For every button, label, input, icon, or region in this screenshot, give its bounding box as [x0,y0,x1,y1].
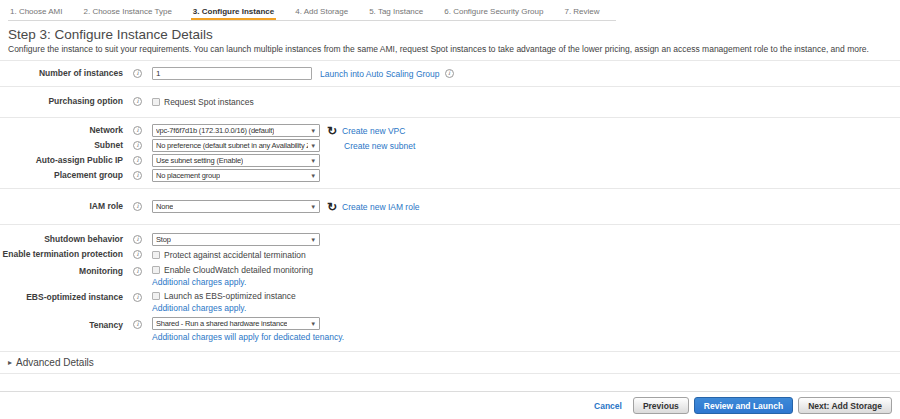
info-icon[interactable]: i [133,293,142,302]
tab-configure-instance[interactable]: 3. Configure Instance [191,6,276,20]
row-shutdown-behavior: Shutdown behavior i Stop ▼ [0,233,900,246]
footer-bar: Cancel Previous Review and Launch Next: … [0,391,900,419]
tenancy-label: Tenancy [0,317,123,332]
section-instances: Number of instances i Launch into Auto S… [0,61,900,86]
info-icon[interactable]: i [133,202,142,211]
row-subnet: Subnet i No preference (default subnet i… [0,139,900,152]
shutdown-behavior-select-value: Stop [156,235,171,244]
create-new-subnet-link[interactable]: Create new subnet [344,141,415,151]
auto-assign-public-ip-select-value: Use subnet setting (Enable) [156,156,243,165]
page-subtitle: Configure the instance to suit your requ… [8,44,892,54]
section-behavior: Shutdown behavior i Stop ▼ Enable termin… [0,225,900,351]
monitoring-checkbox[interactable] [152,266,160,274]
row-tenancy: Tenancy i Shared - Run a shared hardware… [0,317,900,342]
info-icon[interactable]: i [133,156,142,165]
row-ebs-optimized: EBS-optimized instance i Launch as EBS-o… [0,291,900,313]
chevron-down-icon: ▼ [310,128,316,134]
shutdown-behavior-select[interactable]: Stop ▼ [152,233,320,246]
ebs-optimized-checkbox-label: Launch as EBS-optimized instance [164,291,296,301]
section-network: Network i vpc-7f6f7d1b (172.31.0.0/16) (… [0,118,900,188]
row-purchasing-option: Purchasing option i Request Spot instanc… [0,95,900,108]
row-network: Network i vpc-7f6f7d1b (172.31.0.0/16) (… [0,124,900,137]
termination-protection-checkbox[interactable] [152,251,160,259]
advanced-details-toggle[interactable]: ▸ Advanced Details [0,352,900,373]
info-icon[interactable]: i [133,141,142,150]
info-icon[interactable]: i [133,320,142,329]
subnet-select[interactable]: No preference (default subnet in any Ava… [152,139,320,152]
chevron-down-icon: ▼ [310,143,316,149]
auto-assign-public-ip-label: Auto-assign Public IP [0,154,123,167]
next-add-storage-button[interactable]: Next: Add Storage [798,397,892,414]
info-icon[interactable]: i [133,126,142,135]
tab-choose-ami[interactable]: 1. Choose AMI [8,6,64,20]
auto-assign-public-ip-select[interactable]: Use subnet setting (Enable) ▼ [152,154,320,167]
chevron-down-icon: ▼ [310,204,316,210]
tab-tag-instance[interactable]: 5. Tag Instance [367,6,425,20]
info-icon[interactable]: i [133,171,142,180]
wizard-tabs: 1. Choose AMI 2. Choose Instance Type 3.… [8,4,616,21]
termination-protection-checkbox-label: Protect against accidental termination [164,250,306,260]
tenancy-select[interactable]: Shared - Run a shared hardware instance … [152,317,320,330]
info-icon[interactable]: i [133,69,142,78]
placement-group-select[interactable]: No placement group ▼ [152,169,320,182]
wizard-tab-bar: 1. Choose AMI 2. Choose Instance Type 3.… [0,0,900,21]
info-icon[interactable]: i [133,235,142,244]
divider [0,373,900,374]
tab-add-storage[interactable]: 4. Add Storage [293,6,350,20]
number-of-instances-input[interactable] [152,67,312,80]
shutdown-behavior-label: Shutdown behavior [0,233,123,246]
tab-configure-security-group[interactable]: 6. Configure Security Group [442,6,545,20]
number-of-instances-label: Number of instances [0,67,123,80]
review-and-launch-button[interactable]: Review and Launch [694,397,793,414]
previous-button[interactable]: Previous [633,397,689,414]
network-label: Network [0,124,123,137]
row-termination-protection: Enable termination protection i Protect … [0,248,900,261]
cancel-link[interactable]: Cancel [594,401,622,411]
ebs-additional-charges-link[interactable]: Additional charges apply. [152,303,246,313]
tab-choose-instance-type[interactable]: 2. Choose Instance Type [81,6,173,20]
row-number-of-instances: Number of instances i Launch into Auto S… [0,67,900,80]
row-placement-group: Placement group i No placement group ▼ [0,169,900,182]
monitoring-label: Monitoring [0,265,123,278]
chevron-down-icon: ▼ [310,237,316,243]
request-spot-instances-checkbox[interactable] [152,98,160,106]
create-new-iam-role-link[interactable]: Create new IAM role [342,202,419,212]
refresh-icon[interactable]: ↻ [327,125,337,137]
placement-group-label: Placement group [0,169,123,182]
iam-role-select-value: None [156,202,173,211]
section-iam: IAM role i None ▼ ↻ Create new IAM role [0,189,900,224]
chevron-down-icon: ▼ [310,173,316,179]
subnet-label: Subnet [0,139,123,152]
row-auto-assign-public-ip: Auto-assign Public IP i Use subnet setti… [0,154,900,167]
section-purchasing: Purchasing option i Request Spot instanc… [0,87,900,117]
chevron-down-icon: ▼ [310,158,316,164]
info-icon[interactable]: i [133,250,142,259]
info-icon[interactable]: i [133,267,142,276]
create-new-vpc-link[interactable]: Create new VPC [342,126,405,136]
page-title: Step 3: Configure Instance Details [8,27,892,42]
info-icon[interactable]: i [133,97,142,106]
purchasing-option-label: Purchasing option [0,95,123,108]
iam-role-label: IAM role [0,200,123,213]
placement-group-select-value: No placement group [156,171,220,180]
tab-review[interactable]: 7. Review [562,6,601,20]
row-iam-role: IAM role i None ▼ ↻ Create new IAM role [0,200,900,213]
iam-role-select[interactable]: None ▼ [152,200,320,213]
row-monitoring: Monitoring i Enable CloudWatch detailed … [0,265,900,287]
refresh-icon[interactable]: ↻ [327,201,337,213]
network-select[interactable]: vpc-7f6f7d1b (172.31.0.0/16) (default) ▼ [152,124,320,137]
ebs-optimized-checkbox[interactable] [152,292,160,300]
monitoring-checkbox-label: Enable CloudWatch detailed monitoring [164,265,313,275]
request-spot-instances-label: Request Spot instances [164,97,254,107]
ebs-optimized-label: EBS-optimized instance [0,291,123,304]
advanced-details-label: Advanced Details [16,357,94,368]
chevron-down-icon: ▼ [310,321,316,327]
triangle-right-icon: ▸ [8,358,12,367]
launch-into-auto-scaling-group-link[interactable]: Launch into Auto Scaling Group [320,69,440,79]
monitoring-additional-charges-link[interactable]: Additional charges apply. [152,277,246,287]
tenancy-additional-charges-link[interactable]: Additional charges will apply for dedica… [152,332,344,342]
tenancy-select-value: Shared - Run a shared hardware instance [156,319,287,328]
termination-protection-label: Enable termination protection [0,248,123,261]
subnet-select-value: No preference (default subnet in any Ava… [156,141,308,150]
info-icon[interactable]: i [445,69,454,78]
